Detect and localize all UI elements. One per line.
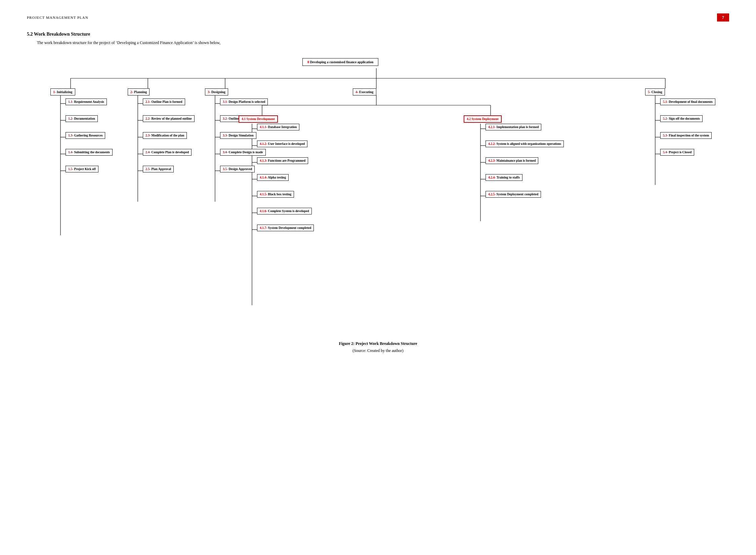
- node-1-1: 1.1- Requirement Analysis: [66, 98, 107, 105]
- node-2-2: 2.2- Review of the planned outline: [143, 115, 195, 122]
- node-2-1: 2.1- Outline Plan is formed: [143, 98, 185, 105]
- node-3-1: 3.1- Design Platform is selected: [220, 98, 268, 105]
- node-4-2-3: 4.2.3- Maintainance plan is formed: [486, 157, 538, 164]
- section-title: 5.2 Work Breakdown Structure: [27, 32, 729, 37]
- node-4-1-6: 4.1.6- Complete System is developed: [257, 208, 312, 214]
- node-2: 2- Planning: [128, 88, 150, 95]
- figure-caption: Figure 2: Project Work Breakdown Structu…: [27, 341, 729, 346]
- node-1-2: 1.2- Documentation: [66, 115, 98, 122]
- node-4-1: 4.1 System Development: [239, 115, 278, 123]
- node-1-5: 1.5- Project Kick off: [66, 166, 98, 172]
- wbs-diagram: 0 Developing a customised finance applic…: [27, 55, 729, 331]
- node-4-2-5: 4.2.5- System Deployment completed: [486, 191, 541, 198]
- node-1: 1- Initializing: [50, 88, 75, 95]
- node-5-2: 5.2- Sign off the documents: [660, 115, 703, 122]
- node-3-3: 3.3- Design Simulation: [220, 132, 256, 139]
- section-description: The work breakdown structure for the pro…: [37, 40, 729, 45]
- connector-lines: [27, 55, 729, 331]
- wbs-tree: 0 Developing a customised finance applic…: [27, 55, 729, 331]
- figure-source: (Source: Created by the author): [27, 348, 729, 353]
- node-4-1-1: 4.1.1- Database Integration: [257, 124, 299, 130]
- node-4-1-5: 4.1.5- Black box testing: [257, 191, 294, 198]
- node-1-4: 1.4- Submitting the documents: [66, 149, 113, 156]
- node-5-4: 5.4- Project is Closed: [660, 149, 694, 156]
- node-4-1-4: 4.1.4- Alpha testing: [257, 174, 289, 181]
- page: { "header": { "title": "PROJECT MANAGEME…: [0, 0, 756, 555]
- node-4-1-3: 4.1.3- Functions are Programmed: [257, 157, 308, 164]
- node-3: 3- Designing: [205, 88, 228, 95]
- node-5-1: 5.1- Development of final documents: [660, 98, 715, 105]
- node-4-1-2: 4.1.2- User Interface is developed: [257, 141, 307, 147]
- node-5: 5- Closing: [645, 88, 665, 95]
- node-2-4: 2.4- Complete Plan is developed: [143, 149, 192, 156]
- root-node: 0 Developing a customised finance applic…: [302, 58, 378, 66]
- node-1-3: 1.3- Gathering Resources: [66, 132, 105, 139]
- node-4-2-4: 4.2.4- Training to staffs: [486, 174, 522, 181]
- node-4-1-7: 4.1.7- System Development completed: [257, 225, 314, 231]
- node-5-3: 5.3- Final inspection of the system: [660, 132, 712, 139]
- node-4: 4- Executing: [353, 88, 376, 95]
- node-4-2: 4.2 System Deployment: [464, 115, 502, 123]
- page-number: 7: [717, 13, 729, 22]
- page-header: PROJECT MANAGEMENT PLAN 7: [27, 13, 729, 22]
- node-2-3: 2.3- Modification of the plan: [143, 132, 187, 139]
- node-4-2-2: 4.2.2- System is aligned with organizati…: [486, 141, 564, 147]
- node-4-2-1: 4.2.1- Implementation plan is formed: [486, 124, 541, 130]
- node-3-5: 3.5- Design Approved: [220, 166, 255, 172]
- node-2-5: 2.5- Plan Approval: [143, 166, 174, 172]
- node-3-4: 3.4- Complete Design is made: [220, 149, 266, 156]
- document-title: PROJECT MANAGEMENT PLAN: [27, 15, 88, 19]
